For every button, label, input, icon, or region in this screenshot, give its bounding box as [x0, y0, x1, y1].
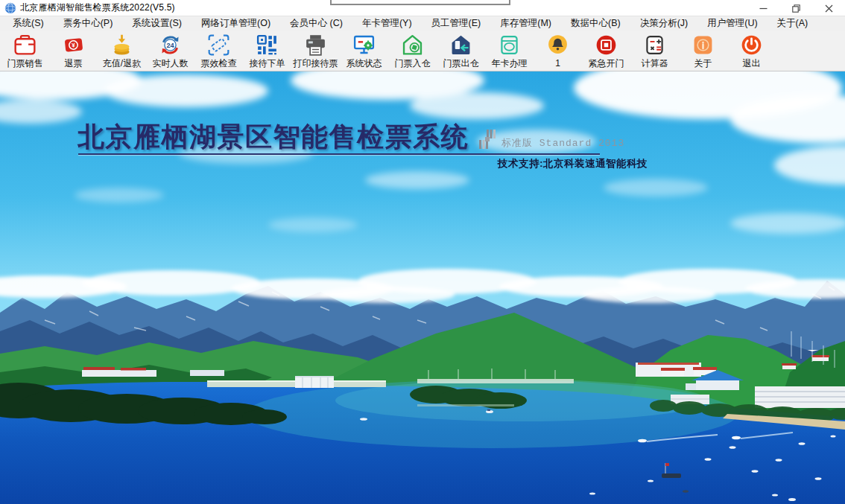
- menu-user-management[interactable]: 用户管理(U): [697, 16, 767, 31]
- emergency-door-icon: [594, 33, 618, 57]
- ticket-check-icon: [206, 33, 231, 57]
- minimize-button[interactable]: [747, 0, 779, 16]
- menu-annual-card[interactable]: 年卡管理(Y): [352, 16, 422, 31]
- main-content-area: 北京雁栖湖景区智能售检票系统 标准版 Standard 2013 技术支持:北京…: [0, 71, 845, 504]
- edition-logo-icon: [479, 130, 497, 150]
- hero-title: 北京雁栖湖景区智能售检票系统: [77, 119, 469, 156]
- ticket-check-button[interactable]: 票效检查: [194, 31, 243, 71]
- svg-text:24: 24: [166, 42, 174, 49]
- print-reception-ticket-button[interactable]: 打印接待票: [291, 31, 340, 71]
- exit-button[interactable]: 退出: [727, 31, 776, 71]
- application-window: 北京雁栖湖智能售检票系统2022(V5.5) 系统(S) 票务中心(P) 系统设…: [0, 0, 845, 504]
- menu-about[interactable]: 关于(A): [768, 16, 818, 31]
- reception-order-button[interactable]: 接待下单: [243, 31, 291, 71]
- window-controls: [747, 0, 845, 16]
- tech-support-label: 技术支持:北京科装速通智能科技: [498, 157, 648, 170]
- close-button[interactable]: [812, 0, 845, 16]
- realtime-count-button[interactable]: 24 实时人数: [146, 31, 194, 71]
- calculator-icon: [642, 33, 667, 57]
- about-button[interactable]: 关于: [679, 31, 727, 71]
- ticket-in-warehouse-icon: [400, 33, 425, 57]
- realtime-count-icon: 24: [158, 33, 183, 57]
- ticket-in-warehouse-button[interactable]: 门票入仓: [388, 31, 437, 71]
- ticket-sales-button[interactable]: 门票销售: [1, 31, 49, 71]
- toolbar: 门票销售 ¥ 退票 充值/退款: [0, 31, 845, 71]
- menu-inventory[interactable]: 库存管理(M): [490, 16, 561, 31]
- edition-block: 标准版 Standard 2013: [479, 130, 624, 150]
- hero-underline: [78, 153, 600, 155]
- ticket-sales-icon: [13, 33, 37, 57]
- menu-data-center[interactable]: 数据中心(B): [561, 16, 630, 31]
- edition-label: 标准版 Standard 2013: [501, 136, 624, 150]
- ticket-out-warehouse-icon: [449, 33, 473, 57]
- stray-popup-box: [330, 0, 510, 5]
- system-status-button[interactable]: 系统状态: [340, 31, 388, 71]
- menu-ticketing-center[interactable]: 票务中心(P): [54, 16, 123, 31]
- recharge-refund-button[interactable]: 充值/退款: [98, 31, 146, 71]
- annual-card-icon: [497, 33, 522, 57]
- menu-member-center[interactable]: 会员中心 (C): [280, 16, 352, 31]
- menu-bar: 系统(S) 票务中心(P) 系统设置(S) 网络订单管理(O) 会员中心 (C)…: [0, 16, 845, 31]
- notification-bell-icon: [545, 33, 570, 57]
- menu-system-settings[interactable]: 系统设置(S): [122, 16, 192, 31]
- calculator-button[interactable]: 计算器: [630, 31, 679, 71]
- menu-staff[interactable]: 员工管理(E): [422, 16, 491, 31]
- recharge-refund-icon: [110, 33, 134, 57]
- print-ticket-icon: [303, 33, 328, 57]
- about-icon: [691, 33, 715, 57]
- emergency-door-button[interactable]: 紧急开门: [582, 31, 630, 71]
- refund-ticket-icon: ¥: [61, 33, 86, 57]
- restore-button[interactable]: [779, 0, 812, 16]
- menu-system[interactable]: 系统(S): [3, 16, 54, 31]
- ticket-out-warehouse-button[interactable]: 门票出仓: [437, 31, 485, 71]
- notification-button[interactable]: 1: [534, 31, 582, 71]
- menu-online-orders[interactable]: 网络订单管理(O): [192, 16, 280, 31]
- annual-card-button[interactable]: 年卡办理: [485, 31, 534, 71]
- refund-ticket-button[interactable]: ¥ 退票: [49, 31, 98, 71]
- menu-analytics[interactable]: 决策分析(J): [630, 16, 698, 31]
- exit-icon: [739, 33, 764, 57]
- reception-order-icon: [255, 33, 279, 57]
- title-bar: 北京雁栖湖智能售检票系统2022(V5.5): [0, 0, 845, 16]
- globe-icon: [4, 2, 16, 14]
- window-title: 北京雁栖湖智能售检票系统2022(V5.5): [20, 1, 175, 14]
- system-status-icon: [352, 33, 376, 57]
